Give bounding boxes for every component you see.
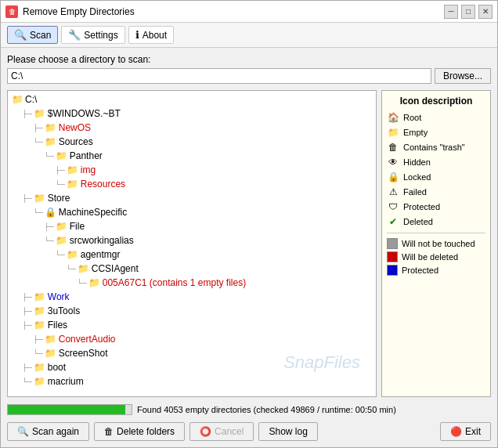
legend-root: 🏠 Root: [387, 111, 485, 124]
tree-row[interactable]: 📁 C:\: [9, 92, 374, 107]
tree-content: 📁 C:\ ├─ 📁 $WINDOWS.~BT ├─ 📁: [8, 91, 376, 390]
directory-row: Browse...: [7, 68, 491, 84]
folder-icon: 📁: [56, 150, 68, 162]
tree-row[interactable]: └─ 📁 agentmgr: [9, 247, 374, 262]
scan-button[interactable]: 🔍 Scan: [7, 26, 58, 44]
tree-label: Resources: [81, 179, 125, 190]
exit-button[interactable]: 🔴 Exit: [440, 422, 491, 441]
color-red-label: Will be deleted: [402, 252, 458, 262]
tree-row[interactable]: ├─ 📁 File: [9, 219, 374, 233]
delete-folders-label: Delete folders: [117, 426, 175, 437]
content-area: Please choose a directory to scan: Brows…: [1, 48, 497, 447]
maximize-button[interactable]: □: [461, 5, 475, 19]
tree-label: ConvertAudio: [59, 334, 116, 345]
legend-color-blue: Protected: [387, 265, 485, 276]
legend-color-red: Will be deleted: [387, 251, 485, 262]
legend-trash-label: Contains "trash": [403, 143, 465, 152]
tree-row[interactable]: └─ 📁 Panther: [9, 149, 374, 163]
connector-icon: ├─: [22, 307, 32, 315]
connector-icon: └─: [44, 237, 54, 244]
tree-row[interactable]: ├─ 📁 ConvertAudio: [9, 332, 374, 346]
folder-lock-icon: 🔒: [45, 206, 57, 219]
tree-row[interactable]: ├─ 📁 Files: [9, 318, 374, 332]
scan-again-button[interactable]: 🔍 Scan again: [7, 422, 89, 441]
color-red-box: [387, 251, 398, 262]
tree-row[interactable]: ├─ 📁 Work: [9, 290, 374, 304]
main-window: 🗑 Remove Empty Directories ─ □ ✕ 🔍 Scan …: [0, 0, 498, 448]
tree-label: $WINDOWS.~BT: [48, 108, 121, 119]
tree-row[interactable]: ├─ 📁 boot: [9, 360, 374, 374]
color-gray-box: [387, 238, 398, 249]
tree-label: Panther: [70, 150, 103, 161]
connector-icon: ├─: [55, 166, 65, 174]
connector-icon: └─: [22, 378, 32, 385]
tree-label: boot: [48, 362, 66, 373]
tree-label: 3uTools: [48, 305, 80, 316]
tree-row[interactable]: └─ 🔒 MachineSpecific: [9, 205, 374, 219]
connector-icon: ├─: [22, 321, 32, 329]
folder-icon: 📁: [88, 276, 101, 289]
legend-protected-label: Protected: [403, 202, 440, 211]
connector-icon: └─: [77, 279, 87, 287]
legend-title: Icon description: [387, 96, 485, 107]
legend-empty: 📁 Empty: [387, 126, 485, 139]
settings-label: Settings: [84, 30, 117, 41]
tree-row[interactable]: ├─ 📁 3uTools: [9, 304, 374, 318]
tree-row[interactable]: └─ 📁 Resources: [9, 177, 374, 191]
minimize-button[interactable]: ─: [444, 5, 458, 19]
close-button[interactable]: ✕: [478, 5, 493, 19]
folder-icon: 📁: [78, 262, 90, 275]
root-icon: 🏠: [387, 111, 399, 124]
scan-again-label: Scan again: [32, 426, 79, 437]
tree-row[interactable]: └─ 📁 005A67C1 (contains 1 empty files): [9, 276, 374, 290]
scan-label: Scan: [30, 30, 51, 41]
tree-row[interactable]: └─ 📁 CCSIAgent: [9, 262, 374, 276]
progress-bar-inner: [8, 405, 125, 414]
browse-button[interactable]: Browse...: [435, 68, 491, 84]
tree-row[interactable]: ├─ 📁 NewOS: [9, 121, 374, 135]
trash-icon: 🗑: [387, 141, 399, 154]
folder-icon: 📁: [34, 291, 46, 303]
delete-folders-button[interactable]: 🗑 Delete folders: [94, 422, 185, 441]
tree-label: Work: [48, 291, 70, 302]
exit-icon: 🔴: [450, 426, 462, 437]
connector-icon: ├─: [33, 124, 43, 132]
scan-icon: 🔍: [14, 29, 27, 41]
legend-panel: Icon description 🏠 Root 📁 Empty 🗑 Contai…: [381, 90, 491, 397]
scan-again-icon: 🔍: [17, 426, 29, 437]
tree-row[interactable]: └─ 📁 Sources: [9, 135, 374, 149]
legend-failed: ⚠ Failed: [387, 186, 485, 198]
folder-icon: 📁: [34, 192, 46, 204]
cancel-button[interactable]: ⭕ Cancel: [189, 422, 254, 441]
connector-icon: ├─: [33, 335, 43, 343]
show-log-button[interactable]: Show log: [258, 422, 317, 441]
connector-icon: └─: [66, 265, 76, 273]
hidden-icon: 👁: [387, 156, 399, 168]
failed-icon: ⚠: [387, 186, 399, 198]
app-icon: 🗑: [5, 5, 18, 18]
tree-row[interactable]: ├─ 📁 $WINDOWS.~BT: [9, 107, 374, 121]
tree-label: ScreenShot: [59, 348, 108, 359]
tree-row[interactable]: └─ 📁 srcworkingalias: [9, 233, 374, 247]
show-log-label: Show log: [269, 426, 307, 437]
folder-icon: 📁: [56, 220, 68, 233]
tree-label: File: [70, 221, 85, 232]
folder-icon: 📁: [67, 164, 79, 176]
tree-row[interactable]: └─ 📁 ScreenShot: [9, 346, 374, 360]
settings-button[interactable]: 🔧 Settings: [61, 26, 125, 44]
about-button[interactable]: ℹ About: [128, 26, 174, 44]
folder-icon: 📁: [45, 333, 57, 345]
tree-label: Sources: [59, 136, 93, 147]
tree-row[interactable]: ├─ 📁 Store: [9, 191, 374, 205]
tree-row[interactable]: ├─ 📁 img: [9, 163, 374, 177]
connector-icon: └─: [55, 180, 65, 188]
folder-icon: 📁: [67, 178, 79, 190]
legend-empty-label: Empty: [403, 128, 428, 137]
connector-icon: └─: [44, 152, 54, 160]
main-panel: 📁 C:\ ├─ 📁 $WINDOWS.~BT ├─ 📁: [7, 90, 491, 397]
folder-icon: 📁: [34, 305, 46, 317]
directory-input[interactable]: [7, 68, 431, 84]
tree-panel[interactable]: 📁 C:\ ├─ 📁 $WINDOWS.~BT ├─ 📁: [7, 90, 377, 397]
folder-icon: 📁: [67, 248, 79, 261]
tree-row[interactable]: └─ 📁 macrium: [9, 374, 374, 388]
